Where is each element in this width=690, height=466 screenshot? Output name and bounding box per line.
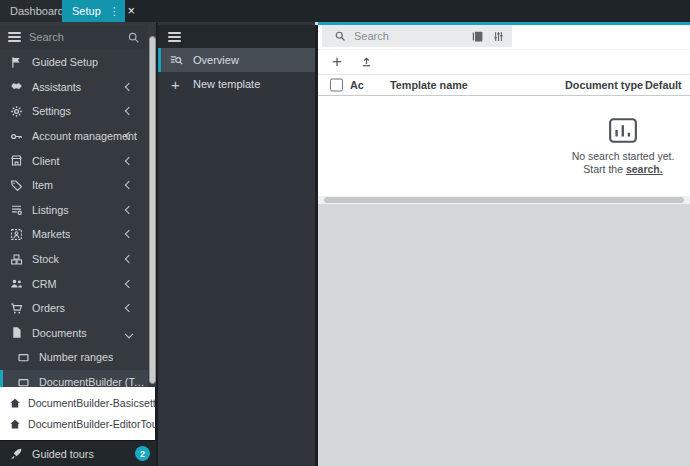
table-header-row: Ac Template name Document type Default: [318, 74, 690, 96]
sidebar-item-label: Assistants: [32, 81, 81, 93]
storefront-icon: [9, 154, 23, 167]
listings-icon: [9, 203, 23, 216]
plus-icon: +: [168, 77, 183, 92]
sidebar-item-label: Stock: [32, 253, 59, 265]
sidebar-item-stock[interactable]: Stock: [0, 247, 148, 272]
background-area: [318, 204, 690, 466]
sidebar-item-settings[interactable]: Settings: [0, 99, 148, 124]
sidebar-item-label: Client: [32, 155, 60, 167]
people-icon: [9, 277, 23, 290]
hamburger-icon[interactable]: [168, 32, 181, 42]
main-search-input[interactable]: [354, 30, 463, 42]
sidebar-scrollbar[interactable]: [149, 36, 156, 384]
rocket-icon: [10, 447, 23, 460]
sidebar-item-label: Settings: [32, 105, 71, 117]
saved-search-book-icon[interactable]: [471, 30, 484, 43]
sidebar-item-documents[interactable]: Documents: [0, 321, 148, 346]
table-toolbar: +: [318, 49, 690, 72]
cart-icon: [9, 302, 23, 315]
sidebar-item-label: Orders: [32, 302, 65, 314]
subnav-header: [158, 25, 315, 49]
chevron-left-icon: [125, 279, 133, 287]
document-icon: [9, 326, 23, 339]
upload-icon[interactable]: [360, 55, 373, 68]
sidebar-item-orders[interactable]: Orders: [0, 296, 148, 321]
popup-item-basicsettings-tour[interactable]: DocumentBuilder-BasicsettingsT…: [0, 397, 155, 409]
top-tab-bar: Dashboard ⋮ Setup ⋮ ×: [0, 0, 690, 22]
popup-item-label: DocumentBuilder-EditorTour: [28, 418, 161, 430]
templates-main-panel: + Ac Template name Document type Default…: [318, 22, 690, 466]
home-icon: [9, 418, 21, 430]
search-list-icon: [168, 53, 183, 67]
start-search-link[interactable]: search.: [626, 163, 663, 175]
close-icon[interactable]: ×: [128, 5, 135, 17]
sidebar-item-item[interactable]: Item: [0, 173, 148, 198]
sidebar-item-label: Documents: [32, 327, 87, 339]
tab-dashboard[interactable]: Dashboard ⋮: [0, 0, 62, 22]
empty-state-line1: No search started yet.: [558, 150, 688, 163]
handshake-icon: [9, 80, 23, 93]
sidebar-item-client[interactable]: Client: [0, 148, 148, 173]
main-search-bar: [322, 25, 512, 47]
markets-icon: [9, 228, 23, 241]
search-icon[interactable]: [127, 31, 140, 44]
chevron-left-icon: [125, 230, 133, 238]
empty-state-line2-prefix: Start the: [583, 163, 626, 175]
chevron-left-icon: [125, 156, 133, 164]
column-header-template-name[interactable]: Template name: [390, 79, 468, 91]
guided-tours-popup: DocumentBuilder-BasicsettingsT… Document…: [0, 387, 157, 441]
chevron-left-icon: [125, 255, 133, 263]
sidebar-item-listings[interactable]: Listings: [0, 198, 148, 223]
empty-state: No search started yet. Start the search.: [558, 117, 688, 176]
hamburger-icon[interactable]: [8, 32, 21, 42]
subnav-item-new-template[interactable]: + New template: [158, 72, 315, 96]
search-icon[interactable]: [334, 30, 346, 42]
subnav-item-label: Overview: [193, 54, 239, 66]
sidebar-item-label: Guided Setup: [32, 56, 98, 68]
tab-dashboard-label: Dashboard: [10, 5, 64, 17]
chevron-left-icon: [125, 83, 133, 91]
tab-setup-label: Setup: [72, 5, 101, 17]
kebab-menu-icon[interactable]: ⋮: [109, 6, 120, 17]
subnav-item-overview[interactable]: Overview: [158, 48, 315, 72]
guided-tours-badge: 2: [135, 446, 150, 461]
sidebar-item-crm[interactable]: CRM: [0, 271, 148, 296]
select-all-checkbox[interactable]: [330, 79, 343, 92]
column-header-default[interactable]: Default: [645, 79, 682, 91]
home-icon: [9, 397, 21, 409]
chevron-left-icon: [125, 304, 133, 312]
column-header-document-type[interactable]: Document type: [565, 79, 643, 91]
popup-item-editor-tour[interactable]: DocumentBuilder-EditorTour: [0, 418, 155, 430]
filter-tune-icon[interactable]: [492, 30, 505, 43]
column-header-active[interactable]: Ac: [350, 79, 364, 91]
sidebar-item-label: Markets: [32, 228, 70, 240]
guided-tours-button[interactable]: Guided tours 2: [0, 441, 158, 466]
sidebar-item-assistants[interactable]: Assistants: [0, 75, 148, 100]
bar-chart-icon: [558, 117, 688, 144]
sidebar-item-label: Item: [32, 179, 53, 191]
sidebar-item-guided-setup[interactable]: Guided Setup: [0, 50, 148, 75]
sidebar-item-label: Account management: [32, 130, 137, 142]
gear-icon: [9, 105, 23, 118]
chevron-left-icon: [125, 107, 133, 115]
tag-icon: [9, 179, 23, 192]
add-template-button[interactable]: +: [332, 53, 342, 70]
stock-icon: [9, 253, 23, 266]
documentbuilder-subnav: Overview + New template: [158, 22, 315, 466]
chevron-left-icon: [125, 181, 133, 189]
sidebar-item-account-management[interactable]: Account management: [0, 124, 148, 149]
sidebar-search-input[interactable]: [29, 31, 119, 43]
sidebar-item-markets[interactable]: Markets: [0, 222, 148, 247]
sidebar-item-number-ranges[interactable]: Number ranges: [0, 345, 148, 370]
subnav-item-label: New template: [193, 78, 260, 90]
horizontal-scrollbar: [318, 196, 690, 204]
sidebar-item-label: Listings: [32, 204, 69, 216]
key-icon: [9, 130, 23, 143]
sidebar-item-label: Number ranges: [39, 351, 113, 363]
flag-icon: [9, 56, 23, 69]
setup-sidebar: Guided Setup Assistants Settings Account…: [0, 22, 158, 466]
tab-setup[interactable]: Setup ⋮ ×: [62, 0, 125, 22]
horizontal-scrollbar-thumb[interactable]: [324, 197, 684, 203]
sidebar-search-bar: [0, 25, 148, 49]
guided-tours-label: Guided tours: [32, 448, 126, 460]
